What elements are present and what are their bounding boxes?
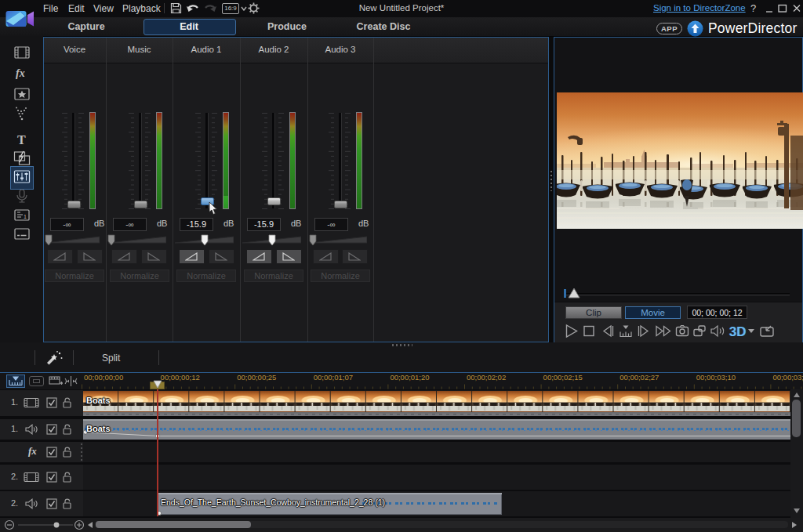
svg-text:00;00;01;07: 00;00;01;07 [314, 373, 353, 382]
svg-text:00;00;00;12: 00;00;00;12 [161, 373, 200, 382]
svg-text:00;00;02;02: 00;00;02;02 [467, 373, 506, 382]
svg-text:00;00;03;10: 00;00;03;10 [696, 373, 736, 382]
svg-text:fx: fx [16, 67, 25, 79]
svg-text:00;00;00;00: 00;00;00;00 [84, 373, 123, 382]
svg-text:T: T [17, 133, 26, 147]
svg-text:1: 1 [24, 214, 27, 219]
svg-text:00;00;02;15: 00;00;02;15 [543, 373, 583, 382]
svg-text:00;00;01;20: 00;00;01;20 [390, 373, 429, 382]
svg-text:00;00;00;25: 00;00;00;25 [237, 373, 276, 382]
svg-text:3D: 3D [729, 324, 746, 339]
svg-text:00;00;03;22: 00;00;03;22 [772, 373, 803, 382]
svg-text:00;00;02;27: 00;00;02;27 [620, 373, 659, 382]
